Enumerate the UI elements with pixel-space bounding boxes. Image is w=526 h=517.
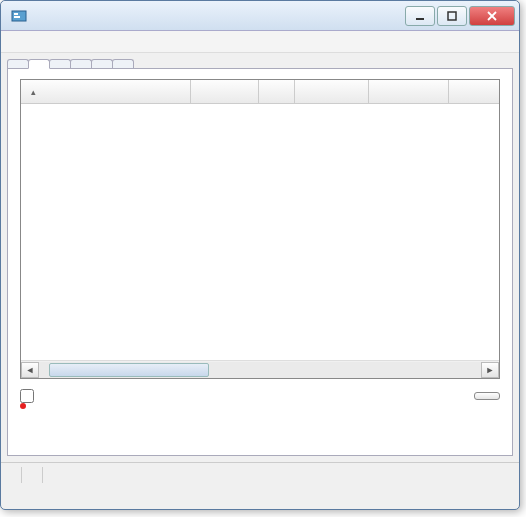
show-all-users-input[interactable]: [20, 389, 34, 403]
window-buttons: [403, 6, 515, 26]
panel-footer: [20, 389, 500, 403]
process-list: ▴ ◄ ►: [20, 79, 500, 379]
tab-applications[interactable]: [7, 59, 29, 68]
col-image-name[interactable]: ▴: [21, 80, 191, 103]
maximize-button[interactable]: [437, 6, 467, 26]
titlebar[interactable]: [1, 1, 519, 31]
col-description[interactable]: [369, 80, 449, 103]
tab-performance[interactable]: [70, 59, 92, 68]
show-all-users-checkbox[interactable]: [20, 389, 38, 403]
tab-services[interactable]: [49, 59, 71, 68]
tab-strip: [7, 59, 513, 68]
highlight-annotation: [20, 403, 26, 409]
col-user[interactable]: [191, 80, 259, 103]
minimize-button[interactable]: [405, 6, 435, 26]
scroll-thumb[interactable]: [49, 363, 209, 377]
separator: [21, 467, 22, 483]
svg-rect-4: [448, 12, 456, 20]
list-body[interactable]: [21, 104, 499, 360]
close-button[interactable]: [469, 6, 515, 26]
col-memory[interactable]: [295, 80, 369, 103]
svg-rect-2: [14, 16, 20, 18]
tab-users[interactable]: [112, 59, 134, 68]
list-header: ▴: [21, 80, 499, 104]
end-process-button[interactable]: [474, 392, 500, 400]
sort-asc-icon: ▴: [31, 87, 36, 97]
app-icon: [11, 8, 27, 24]
separator: [42, 467, 43, 483]
tab-processes[interactable]: [28, 59, 50, 69]
status-bar: [1, 462, 519, 486]
horizontal-scrollbar[interactable]: ◄ ►: [21, 360, 499, 378]
scroll-track[interactable]: [39, 362, 481, 378]
scroll-left-icon[interactable]: ◄: [21, 362, 39, 378]
tab-network[interactable]: [91, 59, 113, 68]
scroll-right-icon[interactable]: ►: [481, 362, 499, 378]
svg-rect-1: [14, 13, 18, 15]
col-cpu[interactable]: [259, 80, 295, 103]
menubar: [1, 31, 519, 53]
processes-panel: ▴ ◄ ►: [7, 68, 513, 456]
task-manager-window: ▴ ◄ ►: [0, 0, 520, 510]
